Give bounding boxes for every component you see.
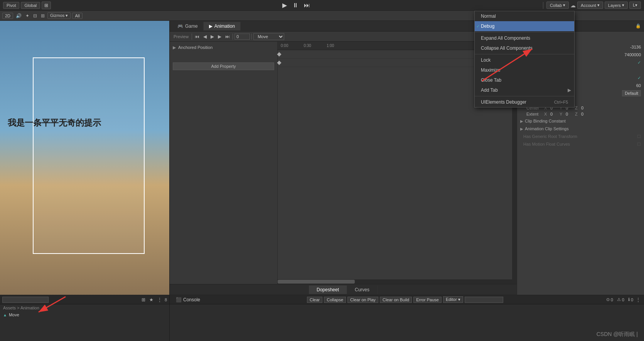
- menu-item-debug[interactable]: Debug: [475, 21, 574, 31]
- animation-content: ▶ Anchored Position Add Property 0:00 0:…: [170, 42, 517, 284]
- account-button[interactable]: Account ▾: [577, 2, 603, 9]
- inspector-lock-icon[interactable]: 🔒: [636, 24, 641, 29]
- keyframe-diamond-1[interactable]: [277, 52, 281, 56]
- time-input[interactable]: [234, 34, 250, 40]
- tab-dopesheet[interactable]: Dopesheet: [309, 286, 347, 294]
- console-tab[interactable]: ⬛ Console: [172, 296, 204, 303]
- asset-item-label: Move: [9, 312, 19, 317]
- console-count-errors: ⊙ 0: [606, 297, 613, 302]
- top-bar-center: ▶ ⏸ ⏭: [53, 2, 539, 9]
- anim-play-button[interactable]: ⏮: [194, 34, 201, 39]
- animation-toolbar: Preview ⏮ ◀ ▶ ▶ ⏭ Move ◆ +◆ 〰: [170, 32, 517, 42]
- pause-button[interactable]: ⏸: [291, 2, 300, 9]
- menu-item-add-tab[interactable]: Add Tab ▶: [475, 85, 574, 95]
- wrap-mode-dropdown[interactable]: Default: [622, 90, 641, 96]
- generic-root-label: Has Generic Root Transform: [523, 134, 637, 139]
- property-label: Anchored Position: [178, 45, 212, 50]
- animation-tab-label: Animation: [214, 24, 235, 29]
- 2d-mode-button[interactable]: 2D: [2, 13, 13, 19]
- editor-dropdown-button[interactable]: Editor ▾: [443, 296, 463, 303]
- timeline-h-scrollbar[interactable]: [278, 279, 517, 284]
- clip-selector[interactable]: Move: [253, 33, 284, 40]
- breadcrumb: Assets > Animation: [0, 304, 169, 311]
- ui-debugger-shortcut: Ctrl+F5: [554, 100, 568, 104]
- property-expand-icon: ▶: [173, 45, 176, 50]
- tab-curves[interactable]: Curves: [347, 286, 378, 294]
- grid-icon-button[interactable]: ⊞: [42, 2, 51, 9]
- tab-game[interactable]: 🎮 Game: [172, 22, 204, 30]
- error-pause-button[interactable]: Error Pause: [413, 297, 442, 303]
- step-button[interactable]: ⏭: [302, 2, 312, 9]
- editor-label: Editor: [446, 297, 457, 302]
- clear-on-build-button[interactable]: Clear on Build: [380, 297, 412, 303]
- keyframe-diamond-2[interactable]: [277, 60, 281, 65]
- anim-next-button[interactable]: ▶: [217, 34, 223, 39]
- collab-button[interactable]: Collab ▾: [546, 2, 569, 9]
- property-anchored-position[interactable]: ▶ Anchored Position: [170, 43, 277, 52]
- instance-id-value: -3136: [610, 45, 641, 49]
- menu-item-close-tab[interactable]: Close Tab: [475, 75, 574, 85]
- fx-icon[interactable]: ✦: [24, 13, 30, 18]
- asset-search-input[interactable]: [2, 297, 49, 303]
- animation-tabs: 🎮 Game ▶ Animation 🔒 ⋮: [170, 21, 517, 32]
- grid-toggle-icon[interactable]: ⊞: [40, 13, 46, 18]
- scene-background[interactable]: 我是一条平平无奇的提示: [0, 21, 169, 295]
- menu-item-normal[interactable]: Normal: [475, 11, 574, 21]
- console-count-warnings: ⚠ 0: [617, 297, 624, 302]
- menu-item-expand-all[interactable]: Expand All Components: [475, 33, 574, 43]
- anim-prev-button[interactable]: ◀: [202, 34, 208, 39]
- clear-on-play-button[interactable]: Clear on Play: [347, 297, 378, 303]
- extent-z-value[interactable]: 0: [581, 112, 589, 116]
- game-tab-label: Game: [185, 24, 198, 29]
- layers-button[interactable]: Layers ▾: [605, 2, 628, 9]
- extent-label: Extent: [526, 112, 542, 116]
- motion-float-checkbox: ☐: [637, 142, 641, 147]
- asset-bookmark-button[interactable]: ★: [148, 297, 155, 302]
- center-z-value[interactable]: 0: [581, 106, 589, 110]
- collapse-button[interactable]: Collapse: [324, 297, 346, 303]
- animation-properties: ▶ Anchored Position Add Property: [170, 42, 278, 284]
- bottom-section: ⊞ ★ ⋮ 8 Assets > Animation ▲ Move ⬛ Cons…: [0, 295, 644, 341]
- anim-play-stop-button[interactable]: ▶: [209, 34, 215, 39]
- legacy-checkbox[interactable]: ✓: [637, 60, 641, 65]
- audio-icon[interactable]: 🔊: [15, 13, 23, 18]
- play-button[interactable]: ▶: [281, 2, 288, 9]
- menu-item-ui-debugger[interactable]: UIElements Debugger Ctrl+F5: [475, 97, 574, 107]
- add-property-button[interactable]: Add Property: [173, 62, 274, 70]
- error-count: 0: [611, 297, 613, 302]
- asset-icons-button[interactable]: ⊞: [140, 297, 147, 302]
- console-more-button[interactable]: ⋮: [635, 297, 642, 302]
- stats-icon[interactable]: ⊟: [32, 13, 38, 18]
- top-bar-left: Pivot Global ⊞: [3, 2, 51, 9]
- top-bar: Pivot Global ⊞ ▶ ⏸ ⏭ Collab ▾ ☁ Account …: [0, 0, 644, 11]
- ui-debugger-label: UIElements Debugger: [481, 99, 526, 105]
- dopesheet-curves-tabs: Dopesheet Curves: [170, 284, 517, 295]
- extent-y-value[interactable]: 0: [566, 112, 573, 116]
- extra-menu-button[interactable]: L▾: [629, 2, 641, 9]
- clip-binding-section[interactable]: ▶ Clip Binding Constant: [517, 117, 644, 125]
- gizmos-button[interactable]: Gizmos ▾: [47, 12, 71, 19]
- warning-count-icon: ⚠: [617, 297, 621, 302]
- anim-clip-settings-section[interactable]: ▶ Animation Clip Settings: [517, 125, 644, 133]
- center-z-label: Z: [575, 106, 580, 110]
- global-button[interactable]: Global: [21, 2, 40, 9]
- hq-curve-checkbox[interactable]: ✓: [637, 76, 641, 81]
- console-search-input[interactable]: [465, 297, 503, 303]
- collapse-all-label: Collapse All Components: [481, 45, 533, 51]
- menu-item-lock[interactable]: Lock: [475, 55, 574, 65]
- anim-end-button[interactable]: ⏭: [224, 34, 231, 39]
- tab-animation[interactable]: ▶ Animation: [204, 22, 241, 30]
- menu-separator-2: [475, 54, 574, 54]
- pivot-button[interactable]: Pivot: [3, 2, 19, 9]
- motion-float-label: Has Motion Float Curves: [523, 142, 637, 146]
- game-tab-icon: 🎮: [177, 24, 183, 29]
- asset-menu-button[interactable]: ⋮: [156, 297, 163, 302]
- menu-item-maximize[interactable]: Maximize: [475, 65, 574, 75]
- extent-xyz: X 0 Y 0 Z 0: [544, 112, 589, 116]
- asset-item-move[interactable]: ▲ Move: [0, 311, 169, 318]
- clear-button[interactable]: Clear: [307, 297, 322, 303]
- sample-rate-value[interactable]: 60: [610, 83, 641, 88]
- extent-x-value[interactable]: 0: [550, 112, 558, 116]
- menu-item-collapse-all[interactable]: Collapse All Components: [475, 43, 574, 53]
- all-button[interactable]: All: [72, 13, 82, 19]
